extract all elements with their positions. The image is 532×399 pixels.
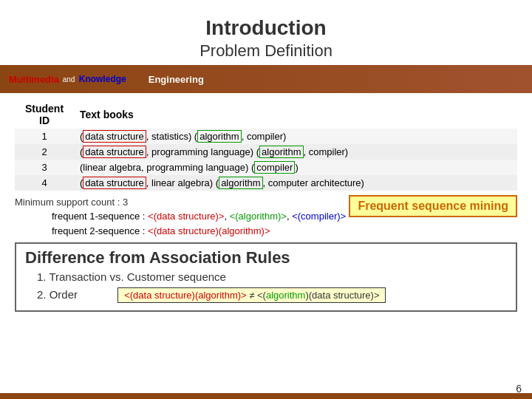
difference-box: Difference from Association Rules 1. Tra… [15,242,517,312]
row4-id: 4 [15,175,74,191]
seq2-value: <(data structure)(algorithm)> [148,225,270,236]
col-header-id: Student ID [15,100,74,129]
row1-id: 1 [15,129,74,144]
diff-item-2: 2. Order <(data structure)(algorithm)> ≠… [37,284,507,303]
fsm-section: Frequent sequence mining Minimum support… [15,197,517,238]
diff-item-1: 1. Transaction vs. Customer sequence [37,270,507,283]
row1-text: (data structure, statistics) (algorithm,… [74,129,517,144]
slide: Introduction Problem Definition Multimed… [0,0,532,399]
fsm-seq2: frequent 2-sequence : <(data structure)(… [52,224,517,239]
seq1-compiler: <(compiler)> [292,211,346,222]
seq1-algo: <(algorithm)> [230,211,287,222]
bottom-bar [0,393,532,399]
fsm-label: Frequent sequence mining [358,200,508,212]
row3-text: (linear algebra, programming language) (… [74,160,517,175]
table-row: 2 (data structure, programming language)… [15,144,517,160]
highlight-algorithm-1: algorithm [197,130,241,143]
highlight-algorithm-2: algorithm [259,146,303,158]
highlight-data-structure-1: data structure [83,130,146,143]
highlight-algorithm-4: algorithm [219,177,262,189]
highlight-data-structure-4: data structure [83,177,146,189]
row4-text: (data structure, linear algebra) (algori… [74,175,517,191]
table-row: 4 (data structure, linear algebra) (algo… [15,175,517,191]
seq1-ds: <(data structure)> [148,211,224,222]
formula-left: <(data structure)(algorithm)> [124,290,246,301]
logo-banner: Multimedia and Knowledge Engineering [0,65,532,93]
logo-and: and [61,75,75,83]
title-area: Introduction Problem Definition [0,0,532,65]
diff-title: Difference from Association Rules [25,248,507,267]
seq1-label: frequent 1-sequence : [52,211,148,222]
formula-right: <(algorithm)(data structure)> [257,290,379,301]
table-row: 3 (linear algebra, programming language)… [15,160,517,175]
content-area: Student ID Text books 1 (data structure,… [0,93,532,318]
row2-id: 2 [15,144,74,160]
data-table: Student ID Text books 1 (data structure,… [15,100,517,191]
title-sub: Problem Definition [0,41,532,61]
diff-formula: <(data structure)(algorithm)> ≠ <(algori… [117,287,386,303]
formula-neq: ≠ [249,290,257,301]
table-row: 1 (data structure, statistics) (algorith… [15,129,517,144]
fsm-label-box: Frequent sequence mining [349,195,517,217]
highlight-data-structure-2: data structure [83,146,146,158]
logo-multimedia: Multimedia [9,74,59,85]
row3-id: 3 [15,160,74,175]
col-header-textbooks: Text books [74,100,517,129]
row2-text: (data structure, programming language) (… [74,144,517,160]
support-count: Minimum support count : 3 [15,197,128,208]
logo-engineering: Engineering [149,74,204,85]
title-main: Introduction [0,16,532,40]
seq2-label: frequent 2-sequence : [52,225,148,236]
logo-knowledge: Knowledge [76,74,126,84]
highlight-compiler-3: compiler [254,161,295,174]
